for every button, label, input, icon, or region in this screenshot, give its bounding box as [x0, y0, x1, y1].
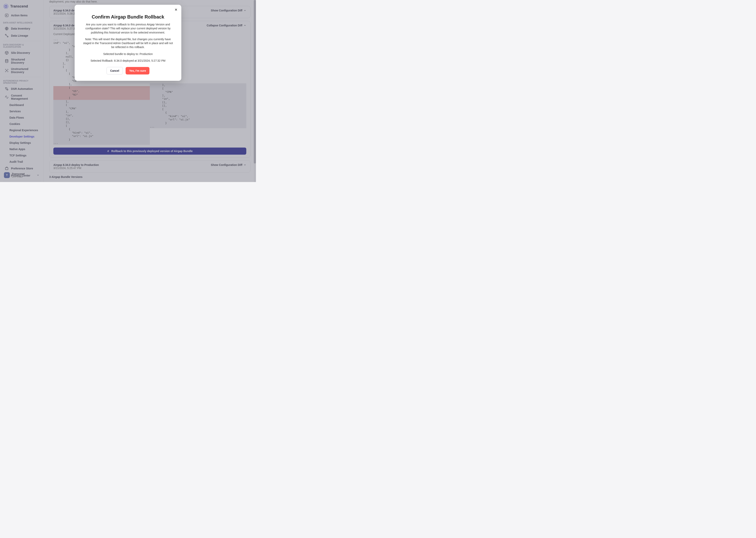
modal-text: Selected bundle to deploy to: Production [82, 52, 173, 56]
modal-text: Are you sure you want to rollback to thi… [82, 23, 173, 34]
modal-title: Confirm Airgap Bundle Rollback [82, 14, 173, 20]
modal-text: Selected Rollback: 8.34.0 deployed at 3/… [82, 59, 173, 63]
modal-text: Note: This will revert the deployed file… [82, 37, 173, 49]
cancel-button[interactable]: Cancel [107, 67, 123, 75]
confirm-modal: Confirm Airgap Bundle Rollback Are you s… [74, 5, 181, 81]
confirm-button[interactable]: Yes, I'm sure [125, 67, 149, 75]
close-icon [174, 8, 178, 11]
close-button[interactable] [174, 8, 178, 12]
modal-overlay[interactable]: Confirm Airgap Bundle Rollback Are you s… [0, 0, 256, 182]
